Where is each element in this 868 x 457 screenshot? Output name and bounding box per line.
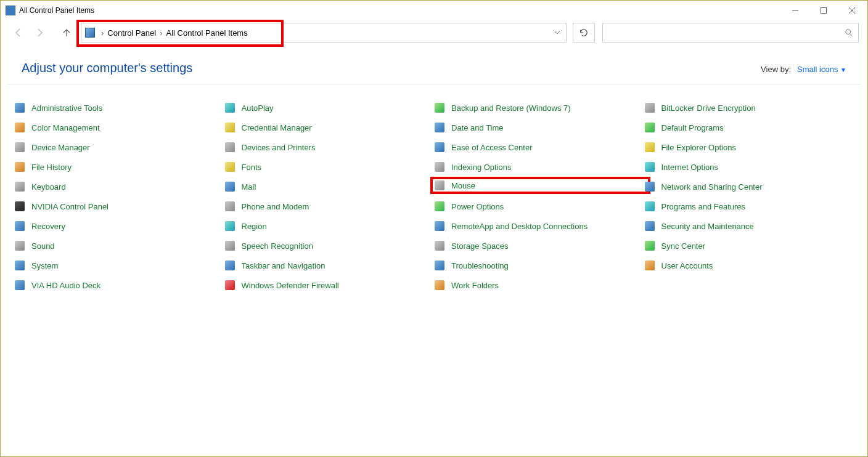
content-header: Adjust your computer's settings View by:… [8,45,860,84]
control-panel-item[interactable]: Storage Spaces [434,240,644,252]
item-label: Troubleshooting [451,261,509,270]
item-icon [14,142,25,153]
item-icon [434,280,445,291]
item-icon [224,280,235,291]
item-label: Speech Recognition [242,241,313,251]
control-panel-item[interactable]: Default Programs [644,121,854,134]
item-label: User Accounts [661,261,713,270]
control-panel-item[interactable]: Indexing Options [434,161,644,173]
control-panel-item[interactable]: Recovery [14,220,224,232]
item-label: Administrative Tools [31,103,102,113]
item-label: Sync Center [661,241,706,251]
item-icon [14,280,25,291]
control-panel-item[interactable]: Work Folders [434,279,644,291]
breadcrumb-seg-2[interactable]: All Control Panel Items [166,28,247,38]
item-icon [644,122,655,133]
refresh-button[interactable] [573,23,595,42]
control-panel-item[interactable]: User Accounts [644,259,854,272]
control-panel-item[interactable]: Devices and Printers [224,141,435,153]
control-panel-item[interactable]: Sync Center [644,240,854,252]
control-panel-item[interactable]: Device Manager [14,141,224,153]
control-panel-item[interactable]: Troubleshooting [434,259,644,272]
control-panel-item[interactable]: Fonts [224,161,435,173]
close-button[interactable] [838,1,866,20]
maximize-button[interactable] [809,1,838,20]
control-panel-item[interactable]: File History [14,161,224,173]
item-label: Windows Defender Firewall [242,281,339,290]
item-icon [224,102,235,113]
item-icon [224,220,235,232]
address-bar[interactable]: › Control Panel › All Control Panel Item… [81,23,567,42]
item-label: File History [31,163,72,172]
item-label: File Explorer Options [661,143,736,152]
control-panel-item[interactable]: Speech Recognition [224,240,435,252]
item-label: Default Programs [661,123,724,132]
control-panel-item[interactable]: BitLocker Drive Encryption [644,102,854,114]
control-panel-item[interactable]: Mail [224,180,435,193]
address-dropdown[interactable] [549,23,566,42]
app-icon [6,6,15,15]
item-label: Work Folders [451,281,499,290]
control-panel-item[interactable]: Region [224,220,435,232]
item-icon [434,260,445,271]
control-panel-item[interactable]: VIA HD Audio Deck [14,279,224,291]
item-icon [14,260,25,271]
item-icon [224,181,235,192]
chevron-right-icon: › [160,28,162,38]
item-label: System [31,261,58,270]
item-icon [224,122,235,133]
item-label: Backup and Restore (Windows 7) [451,103,571,113]
control-panel-item[interactable]: Phone and Modem [224,200,435,212]
control-panel-item[interactable]: Security and Maintenance [644,220,854,232]
control-panel-item[interactable]: Network and Sharing Center [644,180,854,193]
breadcrumb-seg-1[interactable]: Control Panel [107,28,156,38]
control-panel-item[interactable]: Ease of Access Center [434,141,644,153]
control-panel-item[interactable]: Credential Manager [224,121,435,134]
item-label: Color Management [31,123,100,132]
item-icon [434,240,445,251]
item-icon [224,240,235,251]
item-label: Mouse [451,181,475,190]
up-button[interactable] [57,23,76,42]
item-label: Phone and Modem [242,202,309,211]
control-panel-item[interactable]: Date and Time [434,121,644,134]
control-panel-item[interactable]: NVIDIA Control Panel [14,200,224,212]
control-panel-item[interactable]: Administrative Tools [14,102,224,114]
item-icon [644,161,655,172]
item-label: AutoPlay [242,103,274,113]
item-label: Network and Sharing Center [661,182,763,192]
control-panel-item[interactable]: RemoteApp and Desktop Connections [434,220,644,232]
control-panel-item[interactable]: System [14,259,224,272]
item-icon [644,102,655,113]
items-grid: Administrative ToolsAutoPlayBackup and R… [1,84,867,291]
item-icon [434,201,445,212]
item-icon [224,161,235,172]
control-panel-item[interactable]: Programs and Features [644,200,854,212]
control-panel-item[interactable]: Backup and Restore (Windows 7) [434,102,644,114]
control-panel-item[interactable]: Color Management [14,121,224,134]
item-label: Programs and Features [661,202,746,211]
item-label: Device Manager [31,143,90,152]
item-icon [14,201,25,212]
control-panel-item[interactable]: Power Options [434,200,644,212]
forward-button[interactable] [30,23,49,42]
control-panel-item[interactable]: Mouse [433,179,648,192]
window-title: All Control Panel Items [19,6,94,15]
item-icon [224,142,235,153]
control-panel-item[interactable]: Keyboard [14,180,224,193]
control-panel-item[interactable]: File Explorer Options [644,141,854,153]
control-panel-item[interactable]: Internet Options [644,161,854,173]
control-panel-item[interactable]: Sound [14,240,224,252]
item-label: Recovery [31,222,65,231]
control-panel-item[interactable]: Windows Defender Firewall [224,279,435,291]
viewby-dropdown[interactable]: Small icons ▼ [797,65,846,74]
control-panel-item[interactable]: Taskbar and Navigation [224,259,435,272]
item-icon [224,260,235,271]
back-button[interactable] [9,23,28,42]
search-icon [845,28,853,37]
item-label: Taskbar and Navigation [242,261,326,270]
control-panel-item[interactable]: AutoPlay [224,102,435,114]
minimize-button[interactable] [781,1,809,20]
search-input[interactable] [602,23,859,42]
item-label: VIA HD Audio Deck [31,281,100,290]
